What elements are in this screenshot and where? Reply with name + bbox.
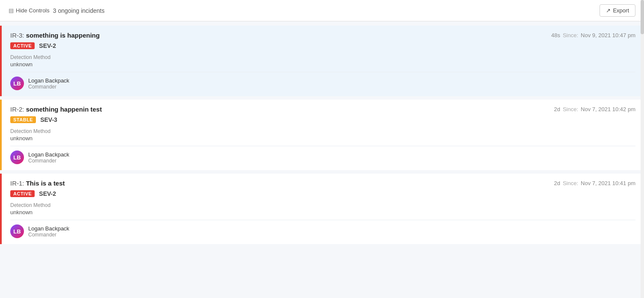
export-label: Export — [613, 7, 629, 14]
incident-card-ir-3[interactable]: IR-3: something is happening 48s Since: … — [0, 26, 644, 96]
commander-role: Commander — [28, 232, 69, 238]
incident-name: This is a test — [26, 180, 65, 187]
hide-controls-label: Hide Controls — [16, 7, 50, 14]
incident-id: IR-1: — [10, 180, 26, 187]
incidents-list: IR-3: something is happening 48s Since: … — [0, 21, 644, 252]
detection-method-value: unknown — [10, 61, 635, 68]
incident-id: IR-3: — [10, 32, 26, 39]
avatar: LB — [10, 150, 24, 164]
avatar: LB — [10, 224, 24, 238]
since-label: Since: — [563, 106, 578, 112]
commander-role: Commander — [28, 158, 69, 164]
detection-section: Detection Method unknown — [2, 201, 644, 220]
incident-id: IR-2: — [10, 106, 26, 113]
hide-controls-button[interactable]: ▤ Hide Controls — [9, 7, 50, 14]
since-date: Nov 9, 2021 10:47 pm — [581, 32, 635, 38]
incident-name: something is happening — [26, 32, 100, 39]
commander-name: Logan Backpack — [28, 151, 69, 158]
incident-title: IR-3: something is happening — [10, 32, 100, 39]
detection-method-label: Detection Method — [10, 202, 635, 208]
commander-section: LB Logan Backpack Commander — [2, 72, 644, 96]
detection-section: Detection Method unknown — [2, 53, 644, 72]
detection-method-value: unknown — [10, 209, 635, 215]
status-badge: ACTIVE — [10, 42, 35, 49]
scrollbar[interactable] — [641, 0, 644, 252]
incident-badges: ACTIVE SEV-2 — [2, 190, 644, 201]
export-icon: ↗ — [606, 7, 611, 14]
commander-name: Logan Backpack — [28, 77, 69, 84]
incident-title: IR-2: something happenin test — [10, 106, 102, 113]
detection-method-value: unknown — [10, 135, 635, 142]
detection-method-label: Detection Method — [10, 128, 635, 134]
commander-info: Logan Backpack Commander — [28, 77, 69, 90]
commander-info: Logan Backpack Commander — [28, 151, 69, 164]
since-label: Since: — [563, 32, 578, 38]
top-bar: ▤ Hide Controls 3 ongoing incidents ↗ Ex… — [0, 0, 644, 21]
incident-meta-right: 48s Since: Nov 9, 2021 10:47 pm — [551, 32, 635, 38]
incident-meta-right: 2d Since: Nov 7, 2021 10:41 pm — [554, 180, 635, 186]
status-badge: STABLE — [10, 116, 36, 123]
incident-count: 3 ongoing incidents — [53, 7, 105, 14]
detection-section: Detection Method unknown — [2, 127, 644, 146]
incident-title: IR-1: This is a test — [10, 180, 65, 187]
commander-section: LB Logan Backpack Commander — [2, 146, 644, 170]
incident-name: something happenin test — [26, 106, 102, 113]
sev-label: SEV-3 — [40, 116, 57, 123]
since-date: Nov 7, 2021 10:41 pm — [581, 180, 635, 186]
incident-card-ir-1[interactable]: IR-1: This is a test 2d Since: Nov 7, 20… — [0, 174, 644, 244]
since-label: Since: — [563, 180, 578, 186]
incident-duration: 2d — [554, 106, 560, 112]
sev-label: SEV-2 — [39, 190, 56, 197]
incident-badges: STABLE SEV-3 — [2, 116, 644, 127]
incident-duration: 48s — [551, 32, 560, 38]
commander-role: Commander — [28, 84, 69, 90]
hide-controls-icon: ▤ — [9, 7, 14, 14]
commander-info: Logan Backpack Commander — [28, 225, 69, 238]
since-date: Nov 7, 2021 10:42 pm — [581, 106, 635, 112]
detection-method-label: Detection Method — [10, 54, 635, 60]
incident-meta-right: 2d Since: Nov 7, 2021 10:42 pm — [554, 106, 635, 112]
top-bar-left: ▤ Hide Controls 3 ongoing incidents — [9, 7, 104, 14]
incident-badges: ACTIVE SEV-2 — [2, 42, 644, 53]
incident-header: IR-1: This is a test 2d Since: Nov 7, 20… — [2, 174, 644, 190]
incident-duration: 2d — [554, 180, 560, 186]
sev-label: SEV-2 — [39, 42, 56, 49]
commander-section: LB Logan Backpack Commander — [2, 220, 644, 244]
status-badge: ACTIVE — [10, 190, 35, 197]
incident-card-ir-2[interactable]: IR-2: something happenin test 2d Since: … — [0, 100, 644, 170]
export-button[interactable]: ↗ Export — [600, 4, 635, 17]
avatar: LB — [10, 77, 24, 90]
incident-header: IR-3: something is happening 48s Since: … — [2, 26, 644, 42]
scrollbar-thumb[interactable] — [641, 0, 644, 34]
incident-header: IR-2: something happenin test 2d Since: … — [2, 100, 644, 116]
commander-name: Logan Backpack — [28, 225, 69, 232]
